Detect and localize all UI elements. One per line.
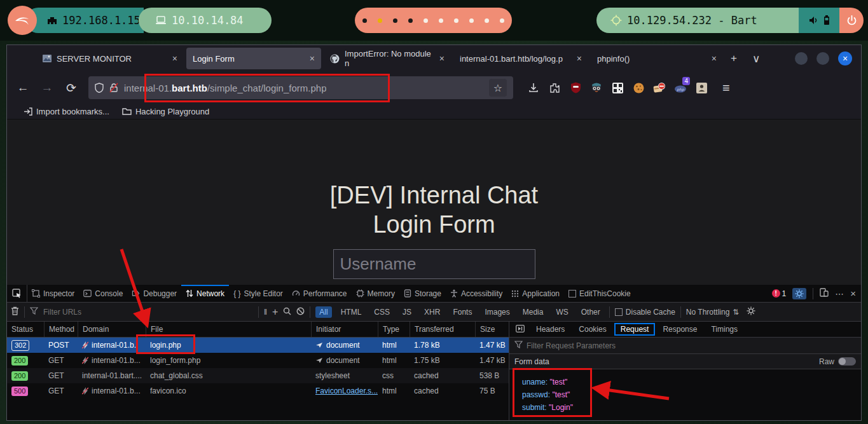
error-count-badge[interactable]: !1 [772,289,787,298]
search-icon[interactable] [283,307,291,317]
list-tabs-button[interactable]: ∨ [745,52,768,65]
filter-type-xhr[interactable]: XHR [420,306,444,318]
taskbar-vpn-widget[interactable]: 10.10.14.84 [139,8,272,33]
param-row[interactable]: submit: "Login" [522,401,861,414]
devtools-tab-console[interactable]: Console [79,285,127,302]
meatball-menu-icon[interactable]: ⋯ [835,289,844,299]
col-type[interactable]: Type [378,322,410,337]
close-window-button[interactable]: × [838,51,852,65]
workspace-dot[interactable] [408,18,413,23]
foxyproxy-icon[interactable] [590,81,603,94]
url-text[interactable]: internal-01.bart.htb/simple_chat/login_f… [124,83,326,93]
filter-type-js[interactable]: JS [399,306,415,318]
col-file[interactable]: File [146,322,311,337]
details-tab-response[interactable]: Response [656,324,703,335]
devtools-tab-accessibility[interactable]: Accessibility [446,285,507,302]
param-row[interactable]: uname: "test" [522,376,861,388]
devtools-tab-editthiscookie[interactable]: EditThisCookie [564,285,635,302]
col-status[interactable]: Status [7,322,44,337]
block-request-icon[interactable] [296,307,305,317]
request-row-favicon-ico[interactable]: 500 GET internal-01.b... favicon.ico Fav… [7,383,509,399]
details-tab-cookies[interactable]: Cookies [572,324,612,335]
wappalyzer-icon[interactable] [611,81,624,94]
clear-requests-icon[interactable] [11,306,19,317]
taskbar-status-widget[interactable] [799,8,839,33]
devtools-tab-storage[interactable]: Storage [399,285,446,302]
kali-logo-icon[interactable] [8,6,37,35]
close-devtools-icon[interactable]: × [850,288,856,299]
filter-type-all[interactable]: All [315,306,331,318]
tab-importerror[interactable]: ImportError: No module n × [324,48,451,69]
disable-cache-checkbox[interactable]: Disable Cache [615,308,675,317]
insecure-lock-icon[interactable] [109,83,119,93]
col-domain[interactable]: Domain [78,322,146,337]
request-row-login-form-php[interactable]: 200 GET internal-01.b... login_form.php … [7,353,509,368]
col-transferred[interactable]: Transferred [410,322,475,337]
workspace-dot[interactable] [393,18,397,23]
username-input[interactable] [333,249,535,279]
request-row-login-php[interactable]: 302 POST internal-01.b.. login.php docum… [7,338,509,353]
details-tab-request[interactable]: Request [614,323,656,336]
bookmark-folder-hacking-playground[interactable]: Hacking Playground [122,107,209,116]
workspace-dot[interactable] [485,18,489,23]
col-method[interactable]: Method [44,322,78,337]
tab-login-form[interactable]: Login Form × [186,48,321,69]
taskbar-target-widget[interactable]: 10.129.54.232 - Bart [596,8,799,33]
back-button[interactable]: ← [12,81,34,95]
tab-server-monitor[interactable]: SERVER MONITOR × [36,48,184,69]
filter-type-css[interactable]: CSS [370,306,394,318]
user-agent-switcher-icon[interactable] [695,81,708,94]
responsive-mode-icon[interactable] [820,288,829,299]
forward-button[interactable]: → [36,81,58,95]
filter-type-fonts[interactable]: Fonts [449,306,476,318]
filter-type-ws[interactable]: WS [552,306,572,318]
power-button[interactable] [839,8,864,33]
cookie-icon[interactable] [632,81,645,94]
workspace-dot[interactable] [454,18,458,23]
filter-type-images[interactable]: Images [481,306,513,318]
menu-hamburger-icon[interactable]: ≡ [722,81,730,95]
add-request-icon[interactable]: + [272,306,278,318]
tab-close-icon[interactable]: × [172,53,177,64]
workspace-dot-active[interactable] [378,18,382,23]
tab-internal-log[interactable]: internal-01.bart.htb/log/log.p × [453,48,588,69]
pause-traffic-icon[interactable]: ‖ [264,308,267,317]
extensions-puzzle-icon[interactable] [548,81,561,94]
minimize-button[interactable] [795,52,808,65]
devtools-settings-gear-icon[interactable] [792,288,806,299]
throttling-select[interactable]: No Throttling⇅ [686,308,740,317]
filter-urls-input[interactable] [43,308,253,317]
devtools-tab-memory[interactable]: Memory [352,285,399,302]
ublock-origin-icon[interactable] [569,81,582,94]
col-initiator[interactable]: Initiator [311,322,378,337]
tab-close-icon[interactable]: × [577,53,582,64]
col-size[interactable]: Size [475,322,509,337]
raw-toggle[interactable] [838,357,856,366]
tab-phpinfo[interactable]: phpinfo() × [591,48,723,69]
details-tab-headers[interactable]: Headers [530,324,571,335]
url-bar[interactable]: internal-01.bart.htb/simple_chat/login_f… [88,76,513,99]
resend-icon[interactable] [516,325,525,334]
shield-icon[interactable] [95,83,104,93]
devtools-tab-application[interactable]: Application [507,285,564,302]
request-row-chat-global-css[interactable]: 200 GET internal-01.bart.... chat_global… [7,368,509,383]
initiator-link[interactable]: FaviconLoader.s... [315,386,378,395]
filter-type-other[interactable]: Other [577,306,604,318]
php-extension-icon[interactable]: php 4 [674,81,687,94]
taskbar-eth-widget[interactable]: 192.168.1.15 [25,8,144,33]
tab-close-icon[interactable]: × [439,53,444,64]
downloads-icon[interactable] [527,81,540,94]
filter-type-media[interactable]: Media [519,306,548,318]
devtools-tab-style-editor[interactable]: { }Style Editor [229,285,287,302]
workspace-dot[interactable] [439,18,443,23]
workspace-dot[interactable] [424,18,428,23]
param-row[interactable]: passwd: "test" [522,388,861,401]
bookmark-import[interactable]: Import bookmarks... [24,107,109,116]
workspace-dot[interactable] [500,18,504,23]
reload-button[interactable]: ⟳ [60,81,82,95]
details-tab-timings[interactable]: Timings [705,324,744,335]
new-tab-button[interactable]: + [723,52,745,65]
workspace-switcher[interactable] [355,8,512,33]
network-settings-gear-icon[interactable] [747,306,755,317]
pick-element-icon[interactable] [7,285,27,302]
